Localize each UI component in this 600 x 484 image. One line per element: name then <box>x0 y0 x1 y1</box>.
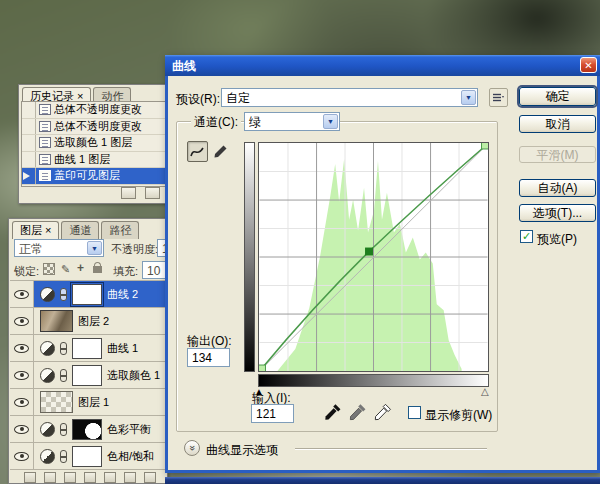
new-adjustment-layer-icon[interactable] <box>84 472 96 483</box>
preset-label: 预设(R): <box>176 91 220 108</box>
curve-display-options-label: 曲线显示选项 <box>206 442 278 459</box>
add-mask-icon[interactable] <box>64 472 76 483</box>
gray-eyedropper-icon <box>349 403 367 421</box>
gray-eyedropper-button[interactable] <box>349 403 368 422</box>
layer-row-curves2[interactable]: 曲线 2 <box>10 280 166 307</box>
preset-value: 自定 <box>226 90 250 107</box>
lock-move-icon[interactable]: + <box>77 263 84 275</box>
smooth-button-label: 平滑(M) <box>537 148 579 162</box>
history-source-checkbox[interactable] <box>22 168 36 184</box>
close-icon[interactable]: ✕ <box>580 57 597 73</box>
visibility-toggle[interactable] <box>10 308 34 334</box>
new-layer-icon[interactable] <box>124 472 136 483</box>
layer-row-curves1[interactable]: 曲线 1 <box>10 334 166 361</box>
input-field[interactable]: 121 <box>251 404 294 423</box>
input-value: 121 <box>256 407 276 421</box>
auto-button[interactable]: 自动(A) <box>519 179 596 197</box>
layer-row-selective-color[interactable]: 选取颜色 1 <box>10 361 166 388</box>
lock-transparency-icon[interactable] <box>43 263 55 275</box>
separator-line <box>295 448 487 449</box>
tab-paths[interactable]: 路径 <box>101 221 139 239</box>
eye-icon <box>14 344 29 353</box>
new-document-from-state-icon[interactable] <box>145 187 160 199</box>
history-item[interactable]: 曲线 1 图层 <box>22 152 165 169</box>
tab-layers[interactable]: 图层 × <box>12 221 59 239</box>
black-eyedropper-button[interactable] <box>324 403 343 422</box>
pencil-tool-button[interactable] <box>210 141 231 162</box>
channel-group: 通道(C): 绿 ▼ <box>176 121 498 432</box>
options-button[interactable]: 选项(T)... <box>519 204 596 222</box>
curve-display-options-expander[interactable]: » <box>184 440 200 456</box>
layer-row-color-balance[interactable]: 色彩平衡 <box>10 415 166 442</box>
curve-point-selected[interactable] <box>365 248 373 256</box>
layer-mask-thumbnail[interactable] <box>72 365 102 386</box>
lock-paint-icon[interactable]: ✎ <box>61 263 70 275</box>
visibility-toggle[interactable] <box>10 362 34 388</box>
eye-icon <box>14 371 29 380</box>
history-source-checkbox[interactable] <box>22 135 36 151</box>
chevron-down-icon[interactable]: ▼ <box>87 241 102 255</box>
visibility-toggle[interactable] <box>10 389 34 415</box>
layer-row-layer2[interactable]: 图层 2 <box>10 307 166 334</box>
curve-endpoint-highlight[interactable] <box>482 143 488 149</box>
chevron-down-icon[interactable]: ▼ <box>323 114 338 129</box>
history-source-checkbox[interactable] <box>22 102 36 118</box>
history-item[interactable]: 总体不透明度更改 <box>22 102 165 119</box>
mask-link-icon <box>60 369 67 382</box>
layers-footer <box>10 469 166 484</box>
curve-endpoint-shadow[interactable] <box>259 365 265 371</box>
white-point-slider[interactable]: △ <box>481 387 489 397</box>
chevron-double-icon: » <box>185 445 199 451</box>
blend-mode-select[interactable]: 正常 ▼ <box>14 239 104 257</box>
blend-mode-value: 正常 <box>19 241 43 257</box>
preset-select[interactable]: 自定 ▼ <box>221 88 478 107</box>
lock-all-icon[interactable] <box>93 266 102 273</box>
layer-thumbnail[interactable] <box>40 310 73 332</box>
layer-row-layer1[interactable]: 图层 1 <box>10 388 166 415</box>
adjustment-layer-icon <box>40 341 55 356</box>
output-gradient-bar <box>244 142 255 372</box>
layer-mask-thumbnail[interactable] <box>72 419 102 440</box>
layer-style-icon[interactable] <box>44 472 56 483</box>
curve-point-tool-button[interactable] <box>187 141 208 162</box>
white-eyedropper-button[interactable] <box>374 403 393 422</box>
visibility-toggle[interactable] <box>10 416 34 442</box>
preview-checkbox[interactable]: ✓ <box>520 230 533 243</box>
history-item-selected[interactable]: 盖印可见图层 <box>22 168 165 185</box>
new-group-icon[interactable] <box>104 472 116 483</box>
show-clipping-checkbox[interactable] <box>408 406 421 419</box>
history-pointer-icon[interactable] <box>23 172 30 180</box>
list-menu-icon <box>493 93 504 102</box>
lock-row: 锁定: ✎ + 填充: 10 <box>9 262 167 279</box>
chevron-down-icon[interactable]: ▼ <box>461 90 476 105</box>
layer-row-hue-saturation[interactable]: 色相/饱和 <box>10 442 166 469</box>
layer-mask-thumbnail[interactable] <box>72 446 102 467</box>
history-item[interactable]: 选取颜色 1 图层 <box>22 135 165 152</box>
preset-options-button[interactable] <box>489 88 508 107</box>
visibility-toggle[interactable] <box>10 335 34 361</box>
history-source-checkbox[interactable] <box>22 119 36 135</box>
channel-select[interactable]: 绿 ▼ <box>244 112 340 131</box>
delete-layer-icon[interactable] <box>144 472 156 483</box>
layer-mask-thumbnail[interactable] <box>72 338 102 359</box>
new-snapshot-icon[interactable] <box>121 187 136 199</box>
channel-label: 通道(C): <box>191 114 241 131</box>
ok-button[interactable]: 确定 <box>519 87 596 106</box>
visibility-toggle[interactable] <box>10 443 34 469</box>
visibility-toggle[interactable] <box>10 281 34 307</box>
history-item[interactable]: 总体不透明度更改 <box>22 119 165 136</box>
dialog-titlebar[interactable]: 曲线 ✕ <box>165 55 600 76</box>
history-state-icon <box>39 121 51 132</box>
white-eyedropper-icon <box>374 403 392 421</box>
link-layers-icon[interactable] <box>24 472 36 483</box>
tab-channels[interactable]: 通道 <box>61 221 99 239</box>
history-item-label: 总体不透明度更改 <box>54 119 142 134</box>
layer-mask-thumbnail[interactable] <box>72 284 102 305</box>
curve-grid[interactable] <box>258 142 489 372</box>
opacity-label: 不透明度: <box>111 242 158 257</box>
lock-label: 锁定: <box>14 264 39 279</box>
output-field[interactable]: 134 <box>187 348 230 367</box>
layer-thumbnail-transparent[interactable] <box>40 391 73 413</box>
history-source-checkbox[interactable] <box>22 152 36 168</box>
cancel-button[interactable]: 取消 <box>519 115 596 133</box>
